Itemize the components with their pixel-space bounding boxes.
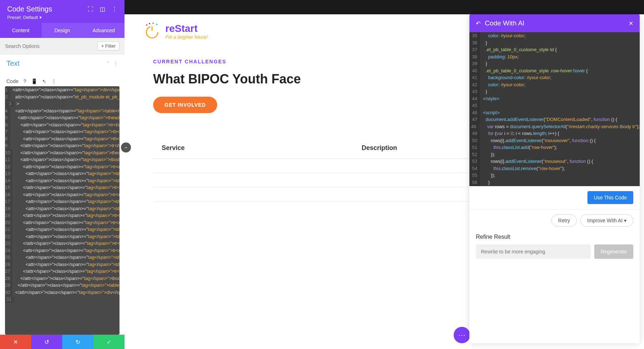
text-section: Text ˄ ⋮ <box>0 54 125 76</box>
save-button[interactable]: ✓ <box>93 335 125 349</box>
section-title[interactable]: Text <box>6 59 20 68</box>
logo-tagline: For a brighter future! <box>165 34 208 40</box>
fab-button[interactable]: ⋯ <box>454 327 470 343</box>
undo-button[interactable]: ↺ <box>31 335 62 349</box>
close-icon[interactable]: ✕ <box>629 20 633 27</box>
back-icon[interactable]: ↶ <box>476 20 480 27</box>
svg-point-4 <box>152 23 154 24</box>
filter-button[interactable]: + Filter <box>97 42 119 50</box>
retry-button[interactable]: Retry <box>551 214 577 227</box>
logo-text: reStart <box>165 23 208 34</box>
eyebrow-text: CURRENT CHALLENGES <box>153 59 472 64</box>
ai-code-view[interactable]: 35 color: #your-color;36 }37 .et_pb_tabl… <box>469 32 640 186</box>
search-input[interactable] <box>5 43 97 49</box>
code-label: Code <box>6 78 18 84</box>
cancel-button[interactable]: ✕ <box>0 335 31 349</box>
help-icon[interactable]: ? <box>23 78 26 84</box>
mobile-icon[interactable]: 📱 <box>31 78 37 84</box>
ai-panel-header: ↶ Code With AI ✕ <box>469 14 640 32</box>
dock-icon[interactable]: ◫ <box>100 6 105 13</box>
main-heading: What BIPOC Youth Face <box>153 72 472 87</box>
expand-icon[interactable]: ⛶ <box>88 6 93 13</box>
more-icon[interactable]: ⋮ <box>112 6 117 13</box>
svg-point-5 <box>156 24 157 25</box>
code-field-row: Code ? 📱 ↖ ⋮ <box>0 76 125 86</box>
logo-icon <box>142 21 162 41</box>
use-code-button[interactable]: Use This Code <box>587 191 633 204</box>
regenerate-button[interactable]: Regenerate <box>594 244 633 259</box>
th-service: Service <box>153 138 353 159</box>
search-row: + Filter <box>0 38 125 54</box>
cta-button[interactable]: GET INVOLVED <box>153 97 217 113</box>
panel-title: Code Settings <box>7 5 52 13</box>
resize-handle[interactable]: ↔ <box>121 142 131 152</box>
redo-button[interactable]: ↻ <box>62 335 93 349</box>
site-logo[interactable]: reStart For a brighter future! <box>142 21 208 41</box>
code-editor[interactable]: 1<attr</span>">class</span>="tag</span>"… <box>5 86 119 335</box>
tab-content[interactable]: Content <box>0 23 42 38</box>
code-more-icon[interactable]: ⋮ <box>52 78 57 84</box>
tab-advanced[interactable]: Advanced <box>83 23 125 38</box>
settings-tabs: Content Design Advanced <box>0 23 125 38</box>
preset-dropdown[interactable]: Preset: Default ▾ <box>7 15 117 20</box>
improve-button[interactable]: Improve With AI ▾ <box>580 214 633 227</box>
hover-icon[interactable]: ↖ <box>42 78 47 84</box>
code-settings-panel: Code Settings ⛶ ◫ ⋮ Preset: Default ▾ Co… <box>0 0 125 349</box>
svg-point-3 <box>149 23 150 24</box>
top-dark-bar <box>125 0 644 14</box>
svg-point-2 <box>146 24 147 26</box>
bottom-actions: ✕ ↺ ↻ ✓ <box>0 335 125 349</box>
ai-panel: ↶ Code With AI ✕ 35 color: #your-color;3… <box>469 14 640 343</box>
refine-label: Refine Result <box>469 234 640 240</box>
panel-header: Code Settings ⛶ ◫ ⋮ Preset: Default ▾ <box>0 0 125 23</box>
refine-input[interactable] <box>476 244 591 259</box>
collapse-icon[interactable]: ˄ <box>107 61 109 67</box>
ai-panel-title: Code With AI <box>485 19 624 27</box>
section-more-icon[interactable]: ⋮ <box>113 61 118 67</box>
tab-design[interactable]: Design <box>42 23 83 38</box>
